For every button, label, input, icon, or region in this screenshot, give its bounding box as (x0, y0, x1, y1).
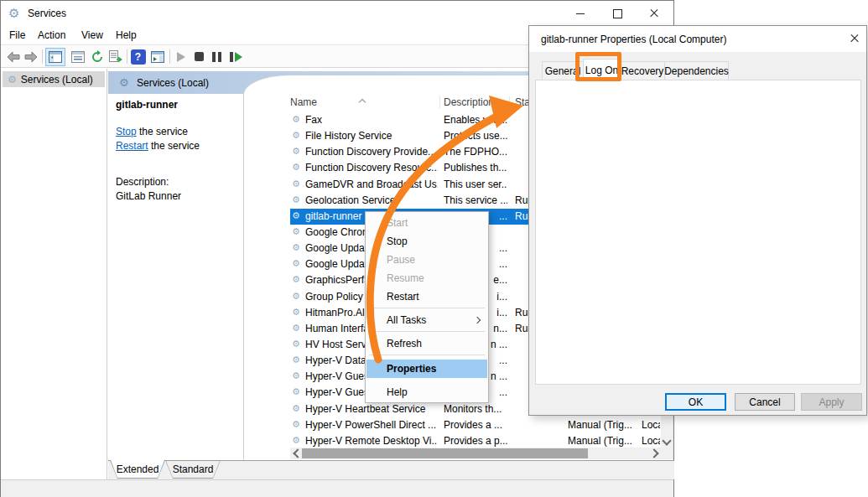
console-tree-panel: ⚙ Services (Local) (2, 69, 107, 479)
tab-extended-label: Extended (111, 460, 164, 478)
service-gear-icon: ⚙ (292, 162, 300, 173)
dialog-close-icon[interactable] (838, 26, 866, 51)
menu-item-all-tasks[interactable]: All Tasks (366, 311, 487, 329)
maximize-button[interactable] (599, 1, 636, 26)
menu-item-start[interactable]: Start (366, 214, 487, 232)
properties-icon[interactable] (70, 49, 86, 65)
log-on-tab-page (535, 80, 861, 385)
services-node-icon: ⚙ (8, 74, 17, 85)
refresh-icon[interactable] (89, 49, 106, 65)
scrollbar-thumb[interactable] (302, 448, 588, 458)
forward-icon[interactable] (23, 49, 39, 65)
submenu-arrow-icon (474, 317, 481, 324)
menu-action[interactable]: Action (38, 29, 65, 41)
selected-service-name: gitlab-runner (116, 99, 178, 111)
service-name: Fax (305, 114, 438, 126)
stop-service-link[interactable]: Stop (116, 126, 137, 137)
stop-service-icon[interactable] (192, 49, 205, 65)
context-menu: Start Stop Pause Resume Restart All Task… (365, 211, 489, 403)
close-button[interactable] (636, 1, 673, 26)
tab-standard-label: Standard (166, 461, 220, 478)
service-gear-icon: ⚙ (292, 355, 300, 365)
all-tasks-label: All Tasks (387, 314, 426, 326)
tab-standard[interactable]: Standard (165, 460, 221, 479)
service-name: Hyper-V Remote Desktop Vi... (305, 435, 438, 447)
service-gear-icon: ⚙ (292, 146, 300, 157)
back-icon[interactable] (6, 49, 21, 65)
pause-service-icon[interactable] (209, 49, 224, 65)
minimize-button[interactable] (562, 1, 599, 26)
service-gear-icon: ⚙ (292, 323, 300, 334)
menu-help[interactable]: Help (116, 29, 137, 41)
stop-service-line: Stop the service (116, 126, 188, 137)
service-name: GameDVR and Broadcast Us... (305, 179, 438, 190)
menu-item-properties[interactable]: Properties (366, 360, 487, 378)
start-service-icon[interactable] (174, 49, 189, 65)
scroll-left-icon[interactable] (290, 448, 302, 459)
tab-dependencies[interactable]: Dependencies (664, 61, 729, 80)
column-header-description[interactable]: Description (444, 96, 494, 108)
menu-item-help[interactable]: Help (366, 383, 487, 401)
tab-extended[interactable]: Extended (110, 460, 165, 479)
service-gear-icon: ⚙ (292, 114, 300, 125)
service-name: File History Service (305, 130, 438, 142)
service-description: Provides a p... (444, 435, 507, 447)
service-logon-as: Loca... (642, 419, 660, 431)
service-gear-icon: ⚙ (292, 386, 300, 397)
service-description: This service ... (444, 194, 507, 206)
service-gear-icon: ⚙ (292, 274, 300, 285)
restart-service-link[interactable]: Restart (116, 140, 148, 152)
menu-item-pause[interactable]: Pause (366, 251, 487, 269)
service-startup-type: Manual (Trig... (568, 435, 638, 447)
service-startup-type: Manual (Trig... (568, 419, 638, 431)
status-bar (1, 479, 673, 497)
tab-recovery[interactable]: Recovery (620, 61, 665, 80)
description-label: Description: (116, 176, 169, 188)
service-description: This user ser... (444, 179, 507, 190)
service-gear-icon: ⚙ (292, 242, 300, 253)
description-text: GitLab Runner (116, 190, 181, 202)
menu-item-restart[interactable]: Restart (366, 287, 487, 306)
menu-file[interactable]: File (9, 29, 25, 41)
service-gear-icon: ⚙ (292, 307, 300, 318)
tree-item-services-local[interactable]: ⚙ Services (Local) (3, 71, 105, 87)
service-name: Function Discovery Provide... (305, 146, 438, 158)
scroll-down-icon[interactable] (661, 436, 673, 448)
properties-dialog: gitlab-runner Properties (Local Computer… (528, 25, 867, 416)
dialog-title-bar[interactable]: gitlab-runner Properties (Local Computer… (529, 26, 866, 52)
cancel-button[interactable]: Cancel (735, 393, 795, 411)
service-gear-icon: ⚙ (292, 403, 300, 414)
restart-service-icon[interactable] (226, 49, 245, 65)
help-icon[interactable]: ? (130, 49, 146, 65)
service-name: Hyper-V Heartbeat Service (305, 403, 438, 415)
apply-button[interactable]: Apply (801, 393, 862, 411)
column-header-name[interactable]: Name (290, 96, 317, 108)
tree-root-label: Services (Local) (21, 74, 93, 85)
service-name: Hyper-V PowerShell Direct ... (305, 419, 438, 431)
title-bar[interactable]: ⚙ Services (1, 1, 673, 26)
service-description: Publishes th... (444, 162, 507, 173)
restart-service-line: Restart the service (116, 140, 200, 152)
menu-item-refresh[interactable]: Refresh (366, 334, 487, 353)
menu-item-stop[interactable]: Stop (366, 232, 487, 251)
show-action-pane-icon[interactable] (148, 49, 167, 65)
horizontal-scrollbar[interactable] (290, 448, 661, 459)
scroll-right-icon[interactable] (649, 448, 661, 459)
ok-button[interactable]: OK (665, 393, 726, 411)
show-console-tree-icon[interactable] (45, 48, 65, 66)
table-row[interactable]: ⚙Hyper-V PowerShell Direct ...Provides a… (290, 417, 660, 433)
export-list-icon[interactable] (107, 49, 124, 65)
pane-header-gear-icon: ⚙ (119, 76, 129, 89)
menu-view[interactable]: View (81, 29, 103, 41)
restart-suffix: the service (148, 140, 200, 152)
service-name: Function Discovery Resourc... (305, 162, 438, 173)
screen: ⚙ Services File Action View Help (0, 0, 868, 497)
service-description: The FDPHO... (444, 146, 507, 158)
service-gear-icon: ⚙ (292, 339, 300, 349)
service-gear-icon: ⚙ (292, 194, 300, 205)
service-gear-icon: ⚙ (292, 370, 300, 381)
service-gear-icon: ⚙ (292, 291, 300, 302)
menu-item-resume[interactable]: Resume (366, 269, 487, 287)
service-gear-icon: ⚙ (292, 210, 300, 221)
pane-header-title: Services (Local) (137, 77, 209, 89)
